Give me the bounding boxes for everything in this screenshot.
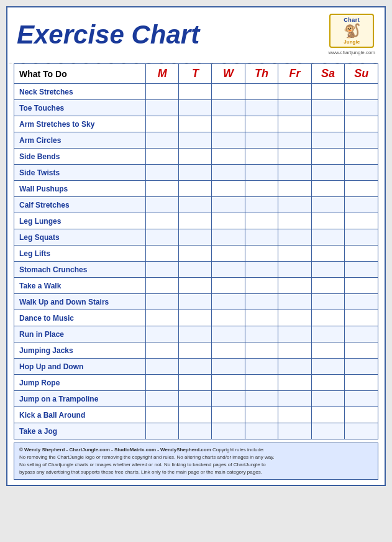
exercise-day-cell[interactable] [212, 294, 245, 310]
exercise-day-cell[interactable] [345, 423, 378, 439]
exercise-day-cell[interactable] [245, 294, 278, 310]
exercise-day-cell[interactable] [212, 359, 245, 375]
exercise-day-cell[interactable] [245, 278, 278, 294]
exercise-day-cell[interactable] [345, 132, 378, 149]
exercise-day-cell[interactable] [146, 213, 179, 229]
exercise-day-cell[interactable] [146, 423, 179, 439]
exercise-day-cell[interactable] [278, 262, 311, 278]
exercise-day-cell[interactable] [245, 181, 278, 197]
exercise-day-cell[interactable] [146, 84, 179, 100]
exercise-day-cell[interactable] [345, 116, 378, 132]
exercise-day-cell[interactable] [146, 229, 179, 246]
exercise-day-cell[interactable] [179, 132, 212, 149]
exercise-day-cell[interactable] [146, 407, 179, 423]
exercise-day-cell[interactable] [245, 407, 278, 423]
exercise-day-cell[interactable] [212, 132, 245, 149]
exercise-day-cell[interactable] [245, 100, 278, 116]
exercise-day-cell[interactable] [179, 84, 212, 100]
exercise-day-cell[interactable] [212, 149, 245, 165]
exercise-day-cell[interactable] [212, 229, 245, 246]
exercise-day-cell[interactable] [311, 262, 345, 278]
exercise-day-cell[interactable] [245, 165, 278, 181]
exercise-day-cell[interactable] [278, 278, 311, 294]
exercise-day-cell[interactable] [146, 278, 179, 294]
exercise-day-cell[interactable] [345, 278, 378, 294]
exercise-day-cell[interactable] [278, 149, 311, 165]
exercise-day-cell[interactable] [245, 310, 278, 326]
exercise-day-cell[interactable] [311, 213, 345, 229]
exercise-day-cell[interactable] [311, 342, 345, 359]
exercise-day-cell[interactable] [212, 262, 245, 278]
exercise-day-cell[interactable] [179, 197, 212, 213]
exercise-day-cell[interactable] [212, 197, 245, 213]
exercise-day-cell[interactable] [311, 326, 345, 342]
exercise-day-cell[interactable] [146, 132, 179, 149]
exercise-day-cell[interactable] [278, 375, 311, 391]
exercise-day-cell[interactable] [278, 229, 311, 246]
exercise-day-cell[interactable] [278, 84, 311, 100]
exercise-day-cell[interactable] [146, 342, 179, 359]
exercise-day-cell[interactable] [345, 407, 378, 423]
exercise-day-cell[interactable] [278, 342, 311, 359]
exercise-day-cell[interactable] [345, 197, 378, 213]
exercise-day-cell[interactable] [179, 229, 212, 246]
exercise-day-cell[interactable] [245, 359, 278, 375]
exercise-day-cell[interactable] [311, 246, 345, 262]
exercise-day-cell[interactable] [146, 262, 179, 278]
exercise-day-cell[interactable] [278, 326, 311, 342]
exercise-day-cell[interactable] [278, 116, 311, 132]
exercise-day-cell[interactable] [245, 84, 278, 100]
exercise-day-cell[interactable] [146, 359, 179, 375]
exercise-day-cell[interactable] [212, 100, 245, 116]
exercise-day-cell[interactable] [212, 391, 245, 407]
exercise-day-cell[interactable] [212, 423, 245, 439]
exercise-day-cell[interactable] [146, 116, 179, 132]
exercise-day-cell[interactable] [245, 246, 278, 262]
exercise-day-cell[interactable] [345, 181, 378, 197]
exercise-day-cell[interactable] [278, 100, 311, 116]
exercise-day-cell[interactable] [212, 84, 245, 100]
exercise-day-cell[interactable] [179, 407, 212, 423]
exercise-day-cell[interactable] [245, 229, 278, 246]
exercise-day-cell[interactable] [245, 391, 278, 407]
exercise-day-cell[interactable] [311, 359, 345, 375]
exercise-day-cell[interactable] [345, 149, 378, 165]
exercise-day-cell[interactable] [345, 246, 378, 262]
exercise-day-cell[interactable] [245, 262, 278, 278]
exercise-day-cell[interactable] [179, 100, 212, 116]
exercise-day-cell[interactable] [311, 229, 345, 246]
exercise-day-cell[interactable] [146, 391, 179, 407]
exercise-day-cell[interactable] [311, 181, 345, 197]
exercise-day-cell[interactable] [146, 149, 179, 165]
exercise-day-cell[interactable] [179, 423, 212, 439]
exercise-day-cell[interactable] [146, 100, 179, 116]
exercise-day-cell[interactable] [278, 197, 311, 213]
exercise-day-cell[interactable] [278, 407, 311, 423]
exercise-day-cell[interactable] [146, 326, 179, 342]
exercise-day-cell[interactable] [179, 181, 212, 197]
exercise-day-cell[interactable] [311, 423, 345, 439]
exercise-day-cell[interactable] [212, 213, 245, 229]
exercise-day-cell[interactable] [212, 278, 245, 294]
exercise-day-cell[interactable] [345, 359, 378, 375]
exercise-day-cell[interactable] [345, 342, 378, 359]
exercise-day-cell[interactable] [146, 197, 179, 213]
exercise-day-cell[interactable] [345, 326, 378, 342]
exercise-day-cell[interactable] [345, 294, 378, 310]
exercise-day-cell[interactable] [311, 100, 345, 116]
exercise-day-cell[interactable] [212, 326, 245, 342]
exercise-day-cell[interactable] [179, 310, 212, 326]
exercise-day-cell[interactable] [245, 197, 278, 213]
exercise-day-cell[interactable] [245, 342, 278, 359]
exercise-day-cell[interactable] [179, 116, 212, 132]
exercise-day-cell[interactable] [179, 375, 212, 391]
exercise-day-cell[interactable] [212, 165, 245, 181]
exercise-day-cell[interactable] [245, 149, 278, 165]
exercise-day-cell[interactable] [179, 262, 212, 278]
exercise-day-cell[interactable] [245, 132, 278, 149]
exercise-day-cell[interactable] [278, 423, 311, 439]
exercise-day-cell[interactable] [278, 294, 311, 310]
exercise-day-cell[interactable] [311, 84, 345, 100]
exercise-day-cell[interactable] [278, 391, 311, 407]
exercise-day-cell[interactable] [311, 116, 345, 132]
